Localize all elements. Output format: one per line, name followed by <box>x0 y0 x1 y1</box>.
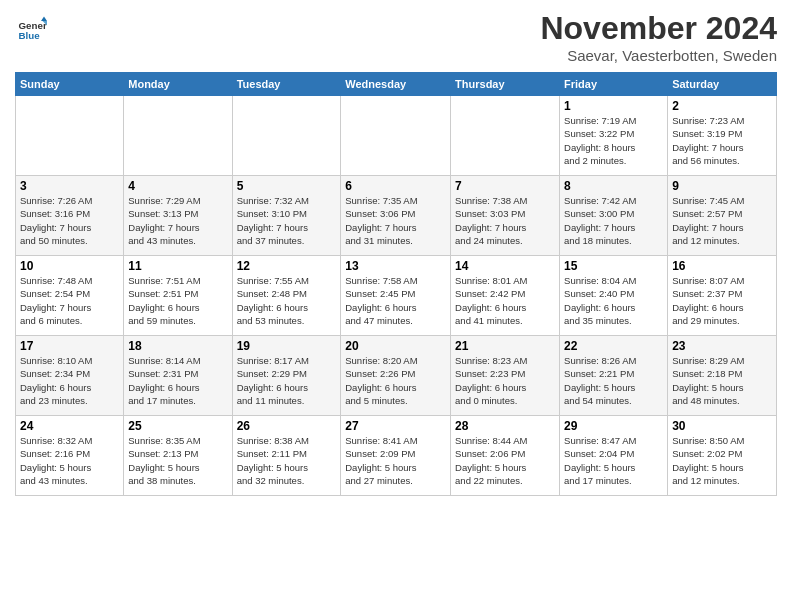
day-info: Sunrise: 7:55 AM Sunset: 2:48 PM Dayligh… <box>237 274 337 327</box>
day-info: Sunrise: 7:35 AM Sunset: 3:06 PM Dayligh… <box>345 194 446 247</box>
day-info: Sunrise: 7:29 AM Sunset: 3:13 PM Dayligh… <box>128 194 227 247</box>
day-info: Sunrise: 8:07 AM Sunset: 2:37 PM Dayligh… <box>672 274 772 327</box>
day-number: 24 <box>20 419 119 433</box>
calendar-cell: 8Sunrise: 7:42 AM Sunset: 3:00 PM Daylig… <box>560 176 668 256</box>
day-number: 16 <box>672 259 772 273</box>
day-info: Sunrise: 7:26 AM Sunset: 3:16 PM Dayligh… <box>20 194 119 247</box>
weekday-header-monday: Monday <box>124 73 232 96</box>
calendar-cell <box>341 96 451 176</box>
day-number: 18 <box>128 339 227 353</box>
day-info: Sunrise: 8:47 AM Sunset: 2:04 PM Dayligh… <box>564 434 663 487</box>
day-info: Sunrise: 8:44 AM Sunset: 2:06 PM Dayligh… <box>455 434 555 487</box>
day-info: Sunrise: 8:41 AM Sunset: 2:09 PM Dayligh… <box>345 434 446 487</box>
day-info: Sunrise: 7:38 AM Sunset: 3:03 PM Dayligh… <box>455 194 555 247</box>
calendar-cell <box>451 96 560 176</box>
calendar-cell: 19Sunrise: 8:17 AM Sunset: 2:29 PM Dayli… <box>232 336 341 416</box>
calendar-cell: 13Sunrise: 7:58 AM Sunset: 2:45 PM Dayli… <box>341 256 451 336</box>
calendar-cell: 1Sunrise: 7:19 AM Sunset: 3:22 PM Daylig… <box>560 96 668 176</box>
calendar-table: SundayMondayTuesdayWednesdayThursdayFrid… <box>15 72 777 496</box>
svg-text:Blue: Blue <box>19 30 41 41</box>
weekday-header-thursday: Thursday <box>451 73 560 96</box>
day-number: 25 <box>128 419 227 433</box>
calendar-cell <box>124 96 232 176</box>
calendar-cell: 6Sunrise: 7:35 AM Sunset: 3:06 PM Daylig… <box>341 176 451 256</box>
calendar-cell: 15Sunrise: 8:04 AM Sunset: 2:40 PM Dayli… <box>560 256 668 336</box>
page-container: General Blue November 2024 Saevar, Vaest… <box>0 0 792 501</box>
day-number: 28 <box>455 419 555 433</box>
weekday-header-row: SundayMondayTuesdayWednesdayThursdayFrid… <box>16 73 777 96</box>
day-info: Sunrise: 8:10 AM Sunset: 2:34 PM Dayligh… <box>20 354 119 407</box>
day-number: 12 <box>237 259 337 273</box>
calendar-cell: 22Sunrise: 8:26 AM Sunset: 2:21 PM Dayli… <box>560 336 668 416</box>
day-number: 27 <box>345 419 446 433</box>
day-number: 10 <box>20 259 119 273</box>
day-info: Sunrise: 7:51 AM Sunset: 2:51 PM Dayligh… <box>128 274 227 327</box>
day-number: 8 <box>564 179 663 193</box>
svg-marker-2 <box>41 17 47 22</box>
calendar-cell: 3Sunrise: 7:26 AM Sunset: 3:16 PM Daylig… <box>16 176 124 256</box>
day-info: Sunrise: 8:29 AM Sunset: 2:18 PM Dayligh… <box>672 354 772 407</box>
day-info: Sunrise: 8:14 AM Sunset: 2:31 PM Dayligh… <box>128 354 227 407</box>
location-title: Saevar, Vaesterbotten, Sweden <box>540 47 777 64</box>
calendar-cell: 21Sunrise: 8:23 AM Sunset: 2:23 PM Dayli… <box>451 336 560 416</box>
calendar-cell: 5Sunrise: 7:32 AM Sunset: 3:10 PM Daylig… <box>232 176 341 256</box>
day-number: 22 <box>564 339 663 353</box>
calendar-cell: 30Sunrise: 8:50 AM Sunset: 2:02 PM Dayli… <box>668 416 777 496</box>
day-number: 13 <box>345 259 446 273</box>
day-info: Sunrise: 7:19 AM Sunset: 3:22 PM Dayligh… <box>564 114 663 167</box>
day-number: 23 <box>672 339 772 353</box>
day-number: 21 <box>455 339 555 353</box>
week-row-1: 1Sunrise: 7:19 AM Sunset: 3:22 PM Daylig… <box>16 96 777 176</box>
month-title: November 2024 <box>540 10 777 47</box>
calendar-cell: 16Sunrise: 8:07 AM Sunset: 2:37 PM Dayli… <box>668 256 777 336</box>
week-row-5: 24Sunrise: 8:32 AM Sunset: 2:16 PM Dayli… <box>16 416 777 496</box>
weekday-header-tuesday: Tuesday <box>232 73 341 96</box>
day-number: 19 <box>237 339 337 353</box>
day-info: Sunrise: 8:17 AM Sunset: 2:29 PM Dayligh… <box>237 354 337 407</box>
calendar-cell: 27Sunrise: 8:41 AM Sunset: 2:09 PM Dayli… <box>341 416 451 496</box>
calendar-cell: 4Sunrise: 7:29 AM Sunset: 3:13 PM Daylig… <box>124 176 232 256</box>
day-number: 5 <box>237 179 337 193</box>
day-info: Sunrise: 8:26 AM Sunset: 2:21 PM Dayligh… <box>564 354 663 407</box>
week-row-2: 3Sunrise: 7:26 AM Sunset: 3:16 PM Daylig… <box>16 176 777 256</box>
weekday-header-friday: Friday <box>560 73 668 96</box>
weekday-header-wednesday: Wednesday <box>341 73 451 96</box>
calendar-cell: 20Sunrise: 8:20 AM Sunset: 2:26 PM Dayli… <box>341 336 451 416</box>
calendar-cell: 24Sunrise: 8:32 AM Sunset: 2:16 PM Dayli… <box>16 416 124 496</box>
calendar-cell <box>16 96 124 176</box>
calendar-cell: 9Sunrise: 7:45 AM Sunset: 2:57 PM Daylig… <box>668 176 777 256</box>
day-info: Sunrise: 8:04 AM Sunset: 2:40 PM Dayligh… <box>564 274 663 327</box>
header: General Blue November 2024 Saevar, Vaest… <box>15 10 777 64</box>
calendar-cell: 29Sunrise: 8:47 AM Sunset: 2:04 PM Dayli… <box>560 416 668 496</box>
day-number: 15 <box>564 259 663 273</box>
day-number: 30 <box>672 419 772 433</box>
day-number: 17 <box>20 339 119 353</box>
week-row-3: 10Sunrise: 7:48 AM Sunset: 2:54 PM Dayli… <box>16 256 777 336</box>
logo: General Blue <box>15 15 47 45</box>
day-info: Sunrise: 7:42 AM Sunset: 3:00 PM Dayligh… <box>564 194 663 247</box>
day-number: 20 <box>345 339 446 353</box>
calendar-cell <box>232 96 341 176</box>
day-number: 6 <box>345 179 446 193</box>
calendar-cell: 17Sunrise: 8:10 AM Sunset: 2:34 PM Dayli… <box>16 336 124 416</box>
day-number: 2 <box>672 99 772 113</box>
calendar-cell: 18Sunrise: 8:14 AM Sunset: 2:31 PM Dayli… <box>124 336 232 416</box>
calendar-cell: 7Sunrise: 7:38 AM Sunset: 3:03 PM Daylig… <box>451 176 560 256</box>
day-number: 9 <box>672 179 772 193</box>
day-info: Sunrise: 8:50 AM Sunset: 2:02 PM Dayligh… <box>672 434 772 487</box>
calendar-cell: 25Sunrise: 8:35 AM Sunset: 2:13 PM Dayli… <box>124 416 232 496</box>
day-info: Sunrise: 7:48 AM Sunset: 2:54 PM Dayligh… <box>20 274 119 327</box>
calendar-cell: 28Sunrise: 8:44 AM Sunset: 2:06 PM Dayli… <box>451 416 560 496</box>
day-number: 14 <box>455 259 555 273</box>
logo-icon: General Blue <box>17 15 47 45</box>
week-row-4: 17Sunrise: 8:10 AM Sunset: 2:34 PM Dayli… <box>16 336 777 416</box>
day-number: 7 <box>455 179 555 193</box>
day-number: 1 <box>564 99 663 113</box>
calendar-cell: 11Sunrise: 7:51 AM Sunset: 2:51 PM Dayli… <box>124 256 232 336</box>
day-info: Sunrise: 7:23 AM Sunset: 3:19 PM Dayligh… <box>672 114 772 167</box>
day-number: 26 <box>237 419 337 433</box>
day-info: Sunrise: 8:38 AM Sunset: 2:11 PM Dayligh… <box>237 434 337 487</box>
weekday-header-sunday: Sunday <box>16 73 124 96</box>
day-info: Sunrise: 8:35 AM Sunset: 2:13 PM Dayligh… <box>128 434 227 487</box>
day-info: Sunrise: 7:45 AM Sunset: 2:57 PM Dayligh… <box>672 194 772 247</box>
